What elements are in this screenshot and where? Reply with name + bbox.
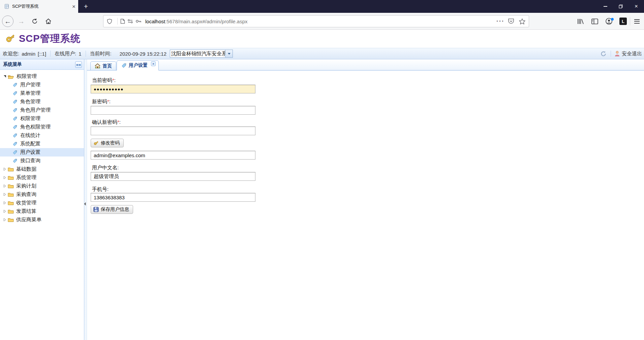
phone-input[interactable] [91, 193, 255, 202]
browser-tab-title: SCP管理系统 [12, 3, 72, 9]
tab-close-icon[interactable]: × [151, 61, 156, 66]
change-password-label: 修改密码 [101, 140, 120, 146]
content-tabs: 首页 用户设置 × [87, 59, 644, 70]
collapse-arrow-icon[interactable] [3, 193, 7, 196]
time-label: 当前时间: [90, 51, 112, 57]
email-input[interactable] [91, 151, 255, 160]
menu-hamburger-icon[interactable] [631, 16, 643, 27]
folder-icon [8, 192, 14, 197]
collapse-arrow-icon[interactable] [3, 176, 7, 179]
tag-icon [12, 82, 18, 88]
person-icon [614, 51, 620, 57]
tree-item-receiving-management[interactable]: 收货管理 [0, 199, 84, 207]
confirm-password-input[interactable] [91, 126, 255, 135]
main-content: 当前密码*: 新密码*: 确认新密码*: 修改密码 用户中文名: 手机号: 保存… [87, 70, 644, 340]
tree-item-user-management[interactable]: 用户管理 [0, 81, 84, 89]
save-user-info-button[interactable]: 保存用户信息 [91, 205, 133, 214]
browser-tab[interactable]: SCP管理系统 × [0, 0, 78, 13]
tree-item-role-user-management[interactable]: 角色用户管理 [0, 106, 84, 114]
collapse-arrow-icon[interactable] [3, 201, 7, 205]
refresh-icon[interactable] [600, 51, 607, 57]
sidebar-collapse-button[interactable]: «« [75, 61, 82, 68]
tree-item-purchase-plan[interactable]: 采购计划 [0, 182, 84, 190]
sidebar-header: 系统菜单 «« [0, 59, 84, 70]
divider [117, 18, 118, 25]
panel-splitter[interactable] [84, 59, 87, 340]
tree-item-menu-management[interactable]: 菜单管理 [0, 89, 84, 97]
tag-icon [12, 108, 18, 113]
library-icon[interactable] [575, 16, 586, 27]
back-button[interactable]: ← [2, 16, 13, 27]
chevron-down-icon[interactable] [225, 50, 233, 57]
change-password-button[interactable]: 修改密码 [91, 139, 124, 147]
confirm-password-label: 确认新密码*: [92, 119, 121, 125]
tab-close-icon[interactable]: × [72, 4, 75, 9]
forward-button[interactable]: → [16, 16, 27, 27]
current-password-input[interactable] [91, 85, 255, 93]
new-password-input[interactable] [91, 106, 255, 115]
tree-item-supplier-menu[interactable]: 供应商菜单 [0, 216, 84, 224]
collapse-arrow-icon[interactable] [3, 184, 7, 188]
url-bar[interactable]: localhost :5678/main.aspx#/admin/profile… [103, 15, 529, 27]
site-info-icon[interactable] [120, 19, 125, 24]
tree-item-system-management[interactable]: 系统管理 [0, 173, 84, 182]
bookmark-star-icon[interactable] [519, 18, 525, 25]
expand-arrow-icon[interactable] [3, 75, 7, 78]
extension-icon[interactable]: L [617, 16, 629, 27]
tree-item-api-query[interactable]: 接口查询 [0, 157, 84, 165]
tree-item-invoice-settlement[interactable]: 发票结算 [0, 207, 84, 216]
page-actions-icon[interactable]: ··· [496, 18, 504, 25]
tab-user-settings[interactable]: 用户设置 × [117, 60, 159, 70]
logout-button[interactable]: 安全退出 [614, 51, 642, 57]
close-button[interactable]: × [628, 0, 644, 13]
divider [86, 51, 86, 57]
company-select[interactable]: 沈阳金杯锦恒汽车安全系 [170, 50, 233, 58]
user-ip: [::1] [38, 51, 46, 57]
permissions-icon[interactable] [127, 19, 133, 24]
key-logo-icon [5, 32, 16, 45]
tag-icon [12, 124, 18, 130]
tree-item-permission-management[interactable]: 权限管理 [0, 72, 84, 81]
browser-tabbar: SCP管理系统 × + × [0, 0, 644, 13]
tree-item-role-management[interactable]: 角色管理 [0, 97, 84, 106]
current-time: 2020-09-29 15:22:12 [120, 51, 166, 57]
tracking-shield-icon[interactable] [107, 19, 112, 24]
tree-item-role-permission-management[interactable]: 角色权限管理 [0, 123, 84, 131]
divider [50, 51, 51, 57]
folder-icon [8, 167, 14, 172]
collapse-arrow-icon[interactable] [3, 218, 7, 222]
menu-tree: 权限管理 用户管理 菜单管理 角色管理 角色用户管理 权限管理 角色权限管理 在… [0, 72, 84, 224]
tree-item-online-stats[interactable]: 在线统计 [0, 131, 84, 140]
welcome-bar: 欢迎您: admin [::1] 在线用户: 1 当前时间: 2020-09-2… [0, 48, 644, 59]
tree-item-system-config[interactable]: 系统配置 [0, 140, 84, 148]
collapse-arrow-icon[interactable] [3, 209, 7, 213]
new-tab-button[interactable]: + [81, 2, 91, 11]
tree-item-permission-management-leaf[interactable]: 权限管理 [0, 114, 84, 123]
tab-home[interactable]: 首页 [90, 61, 116, 70]
account-icon[interactable] [603, 16, 615, 27]
folder-icon [8, 183, 14, 189]
browser-toolbar: ← → localhost :5678/main.aspx#/admin/pro… [0, 13, 644, 30]
reload-button[interactable] [29, 16, 40, 27]
home-button[interactable] [42, 16, 54, 27]
cn-name-input[interactable] [91, 172, 255, 181]
splitter-collapse-icon[interactable] [84, 201, 86, 207]
pocket-icon[interactable] [508, 18, 514, 24]
key-permission-icon[interactable] [135, 19, 142, 23]
sidebar-toggle-icon[interactable] [589, 16, 601, 27]
tree-item-user-settings[interactable]: 用户设置 [0, 148, 84, 157]
tag-icon [12, 141, 18, 147]
app-title: SCP管理系统 [19, 32, 81, 46]
tag-icon [12, 150, 18, 155]
tab-user-settings-label: 用户设置 [129, 62, 148, 68]
key-icon [93, 140, 99, 146]
company-select-value: 沈阳金杯锦恒汽车安全系 [170, 51, 225, 57]
current-password-label: 当前密码*: [92, 77, 116, 84]
minimize-button[interactable] [597, 0, 613, 13]
restore-button[interactable] [613, 0, 628, 13]
tree-item-purchase-query[interactable]: 采购查询 [0, 190, 84, 199]
tree-item-basic-data[interactable]: 基础数据 [0, 165, 84, 173]
collapse-arrow-icon[interactable] [3, 167, 7, 171]
folder-icon [8, 209, 14, 214]
save-user-info-label: 保存用户信息 [101, 206, 129, 213]
